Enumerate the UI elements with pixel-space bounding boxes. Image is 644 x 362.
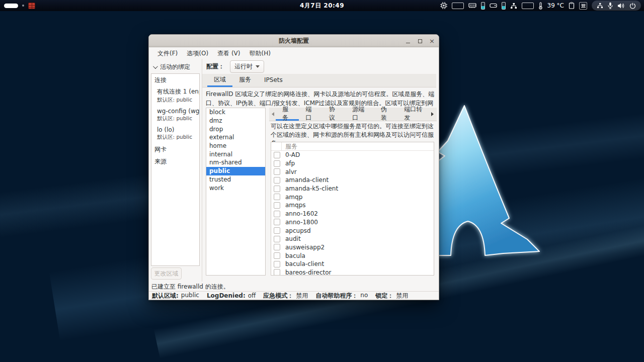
zone-item[interactable]: dmz	[206, 117, 265, 125]
firewall-config-window: 防火墙配置 × 文件(F) 选项(O) 查看 (V) 帮助(H) 活动的绑定 连…	[148, 34, 439, 300]
ztab-port-forwarding[interactable]: 端口转发	[397, 108, 431, 121]
service-checkbox[interactable]	[274, 269, 280, 276]
firewall-app-icon[interactable]	[28, 3, 35, 9]
disk-usage-bar[interactable]	[502, 2, 506, 10]
top-panel: 4月7日 20:49 39 °C	[0, 0, 644, 11]
services-table-header: 服务	[271, 142, 434, 151]
memory-usage-bar[interactable]	[481, 2, 485, 10]
network-graph[interactable]	[522, 3, 534, 9]
service-checkbox[interactable]	[274, 194, 280, 200]
zone-item[interactable]: home	[206, 142, 265, 150]
ztab-protocols[interactable]: 协议	[323, 108, 346, 121]
zone-item[interactable]: block	[206, 108, 265, 117]
service-row[interactable]: amanda-k5-client	[271, 185, 434, 193]
zone-item[interactable]: internal	[206, 150, 265, 158]
zone-item[interactable]: trusted	[206, 175, 265, 184]
connection-zone: 默认区: public	[157, 115, 199, 122]
service-row[interactable]: amqps	[271, 201, 434, 210]
clock[interactable]: 4月7日 20:49	[300, 2, 344, 10]
power-icon	[629, 3, 636, 9]
titlebar[interactable]: 防火墙配置 ×	[149, 35, 439, 47]
service-row[interactable]: anno-1800	[271, 218, 434, 227]
service-checkbox[interactable]	[274, 160, 280, 167]
service-row[interactable]: amqp	[271, 193, 434, 201]
service-row[interactable]: bacula	[271, 251, 434, 260]
section-interfaces[interactable]: 网卡	[151, 143, 199, 155]
minimize-button[interactable]	[404, 37, 412, 45]
section-sources[interactable]: 来源	[151, 155, 199, 167]
config-dropdown[interactable]: 运行时	[230, 60, 264, 73]
service-row[interactable]: 0-AD	[271, 151, 434, 159]
connection-item[interactable]: 有线连接 1 (enp3s0) 默认区: public	[151, 86, 199, 106]
menu-options[interactable]: 选项(O)	[182, 48, 213, 59]
activities-indicator[interactable]	[4, 4, 18, 8]
service-name: bacula-client	[285, 260, 324, 267]
service-name: alvr	[285, 168, 297, 175]
tab-services[interactable]: 服务	[232, 74, 258, 87]
service-checkbox[interactable]	[274, 177, 280, 184]
menu-view[interactable]: 查看 (V)	[213, 48, 245, 59]
service-name: anno-1800	[285, 219, 318, 226]
service-checkbox[interactable]	[274, 168, 280, 175]
cpu-graph[interactable]	[452, 3, 464, 9]
disk-icon	[490, 3, 497, 9]
service-row[interactable]: amanda-client	[271, 176, 434, 185]
workspace-dot-icon[interactable]	[22, 5, 24, 7]
tab-ipsets[interactable]: IPSets	[258, 74, 289, 87]
service-checkbox[interactable]	[274, 152, 280, 158]
service-row[interactable]: bareos-director	[271, 268, 434, 276]
service-checkbox[interactable]	[274, 186, 280, 192]
service-name: anno-1602	[285, 210, 318, 217]
section-connections[interactable]: 连接	[151, 74, 199, 86]
scroll-right-icon[interactable]	[431, 112, 434, 116]
status-default-zone: 默认区域:public	[152, 292, 199, 300]
connection-name: wg-config (wg-confi	[157, 108, 199, 115]
service-checkbox[interactable]	[274, 211, 280, 217]
connection-status: 已建立至 firewalld 的连接。	[151, 283, 229, 291]
service-checkbox[interactable]	[274, 202, 280, 209]
zone-item-selected[interactable]: public	[206, 167, 265, 175]
status-logdenied: LogDenied:off	[207, 292, 256, 299]
zone-item[interactable]: external	[206, 133, 265, 142]
menu-help[interactable]: 帮助(H)	[245, 48, 275, 59]
maximize-button[interactable]	[416, 37, 424, 45]
microphone-icon	[608, 2, 613, 9]
service-row[interactable]: ausweisapp2	[271, 243, 434, 252]
service-row[interactable]: afp	[271, 159, 434, 168]
statusbar: 默认区域:public LogDenied:off 应急模式：禁用 自动帮助程序…	[149, 291, 439, 300]
connection-item[interactable]: lo (lo) 默认区: public	[151, 125, 199, 143]
service-checkbox[interactable]	[274, 227, 280, 234]
scroll-left-icon[interactable]	[272, 112, 274, 116]
ztab-masquerade[interactable]: 伪装	[374, 108, 397, 121]
service-row[interactable]: audit	[271, 235, 434, 243]
active-bindings-expander[interactable]: 活动的绑定	[153, 63, 190, 71]
service-checkbox[interactable]	[274, 252, 280, 259]
config-label: 配置：	[206, 62, 224, 71]
close-button[interactable]: ×	[428, 37, 436, 45]
zone-item[interactable]: nm-shared	[206, 158, 265, 167]
zone-item[interactable]: drop	[206, 125, 265, 133]
change-zone-button[interactable]: 更改区域	[151, 267, 182, 280]
menu-file[interactable]: 文件(F)	[153, 48, 182, 59]
service-row[interactable]: alvr	[271, 167, 434, 176]
connection-zone: 默认区: public	[157, 97, 199, 104]
zone-item[interactable]: work	[206, 184, 265, 192]
service-row[interactable]: anno-1602	[271, 210, 434, 218]
ztab-services[interactable]: 服务	[276, 108, 299, 121]
service-checkbox[interactable]	[274, 244, 280, 250]
status-panic-mode: 应急模式：禁用	[263, 292, 308, 300]
system-tray[interactable]	[592, 1, 641, 11]
service-row[interactable]: apcupsd	[271, 226, 434, 235]
ztab-source-ports[interactable]: 源端口	[346, 108, 374, 121]
tab-zones[interactable]: 区域	[207, 74, 232, 87]
input-method-icon[interactable]	[579, 2, 587, 10]
service-checkbox[interactable]	[274, 236, 280, 242]
chevron-down-icon	[153, 64, 158, 69]
clipboard-icon[interactable]	[569, 2, 575, 9]
ztab-ports[interactable]: 端口	[299, 108, 322, 121]
connection-item[interactable]: wg-config (wg-confi 默认区: public	[151, 106, 199, 125]
service-checkbox[interactable]	[274, 261, 280, 267]
service-checkbox[interactable]	[274, 219, 280, 225]
service-row[interactable]: bacula-client	[271, 260, 434, 268]
temperature-readout[interactable]: 39 °C	[547, 2, 564, 9]
